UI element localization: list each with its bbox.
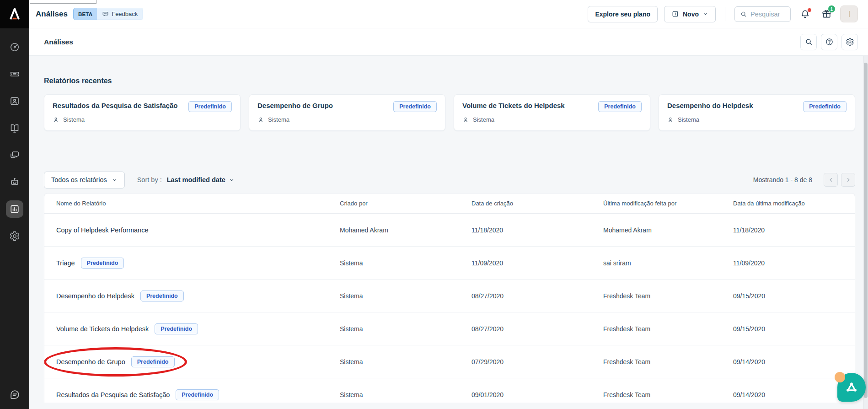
cell-modified-date: 09/15/2020	[733, 292, 855, 300]
freshchat-icon	[0, 388, 29, 401]
explore-plan-button[interactable]: Explore seu plano	[588, 6, 658, 22]
recent-reports-heading: Relatórios recentes	[44, 77, 112, 85]
cell-modified-by: Freshdesk Team	[603, 325, 733, 333]
avatar-placeholder[interactable]	[840, 5, 858, 22]
chevron-down-icon	[702, 11, 708, 17]
sidebar-item-forums[interactable]	[6, 146, 23, 164]
chat-widget-button[interactable]	[837, 373, 866, 402]
pagination-next-button[interactable]	[841, 173, 855, 187]
table-row[interactable]: Triage Predefinido Sistema 11/09/2020 sa…	[44, 247, 855, 280]
avatar-loading-bar	[849, 11, 850, 17]
cell-modified-by: Freshdesk Team	[603, 292, 733, 300]
column-header: Última modificação feita por	[603, 200, 733, 207]
filter-bar: Todos os relatórios Sort by : Last modif…	[44, 171, 855, 188]
freshworks-logo-icon	[7, 6, 22, 22]
cell-modified-date: 11/18/2020	[733, 226, 855, 234]
reports-filter-dropdown[interactable]: Todos os relatórios	[44, 172, 125, 188]
sidebar-item-contacts[interactable]	[6, 92, 23, 110]
table-row[interactable]: Copy of Helpdesk Performance Mohamed Akr…	[44, 214, 855, 247]
table-row[interactable]: Volume de Tickets do Helpdesk Predefinid…	[44, 312, 855, 345]
column-header: Data da última modificação	[733, 200, 855, 207]
cell-modified-date: 09/15/2020	[733, 325, 855, 333]
report-card-owner: Sistema	[268, 116, 289, 123]
report-card-owner: Sistema	[678, 116, 699, 123]
cell-created-by: Sistema	[340, 358, 472, 366]
cell-modified-by: Freshdesk Team	[603, 358, 733, 366]
cell-report-name: Volume de Tickets do Helpdesk Predefinid…	[56, 323, 340, 334]
sidebar-item-analytics[interactable]	[6, 200, 23, 218]
column-header: Data de criação	[472, 200, 603, 207]
report-name: Resultados da Pesquisa de Satisfação	[56, 391, 170, 398]
cell-report-name: Desempenho do Helpdesk Predefinido	[56, 291, 340, 301]
beta-feedback-group: BETA Feedback	[73, 8, 143, 20]
notifications-button[interactable]	[800, 9, 810, 19]
column-header: Criado por	[340, 200, 472, 207]
chevron-down-icon	[229, 177, 235, 183]
cell-created-date: 11/18/2020	[472, 226, 603, 234]
table-row[interactable]: Desempenho do Helpdesk Predefinido Siste…	[44, 280, 855, 312]
table-row[interactable]: Resultados da Pesquisa de Satisfação Pre…	[44, 378, 855, 403]
cell-created-date: 08/27/2020	[472, 325, 603, 333]
report-card-title: Desempenho do Helpdesk	[667, 101, 753, 110]
report-card[interactable]: Resultados da Pesquisa de Satisfação Pre…	[44, 94, 241, 131]
predefined-badge: Predefinido	[131, 356, 175, 367]
cell-report-name: Desempenho de Grupo Predefinido	[56, 356, 340, 367]
cell-created-date: 07/29/2020	[472, 358, 603, 366]
column-header: Nome do Relatório	[56, 200, 340, 207]
scrollbar-thumb[interactable]	[864, 63, 868, 398]
report-card[interactable]: Volume de Tickets do Helpdesk Predefinid…	[454, 94, 650, 131]
sidebar-item-admin[interactable]	[6, 227, 23, 245]
report-card[interactable]: Desempenho de Grupo Predefinido Sistema	[249, 94, 445, 131]
report-card[interactable]: Desempenho do Helpdesk Predefinido Siste…	[659, 94, 855, 131]
top-bar: Análises BETA Feedback Explore seu plano…	[29, 0, 868, 28]
sidebar-item-dashboard[interactable]	[6, 38, 23, 56]
report-name: Triage	[56, 259, 75, 267]
table-row[interactable]: Desempenho de Grupo Predefinido Sistema …	[44, 345, 855, 378]
recent-report-cards: Resultados da Pesquisa de Satisfação Pre…	[44, 94, 855, 131]
new-button[interactable]: Novo	[664, 6, 716, 22]
pagination-prev-button[interactable]	[824, 173, 838, 187]
cell-modified-date: 11/09/2020	[733, 259, 855, 267]
sort-value-label: Last modified date	[167, 176, 225, 183]
cell-created-by: Mohamed Akram	[340, 226, 472, 234]
speech-bubble-icon	[102, 11, 109, 17]
search-reports-button[interactable]	[800, 34, 817, 50]
report-card-owner: Sistema	[63, 116, 85, 123]
cell-report-name: Resultados da Pesquisa de Satisfação Pre…	[56, 389, 340, 400]
sort-by-label: Sort by :	[137, 176, 162, 183]
global-search[interactable]	[734, 6, 791, 22]
cell-modified-by: Freshdesk Team	[603, 391, 733, 398]
settings-gear-icon	[846, 38, 854, 46]
chat-notification-dot	[835, 372, 845, 382]
predefined-badge: Predefinido	[188, 101, 232, 112]
person-icon	[667, 117, 674, 123]
rewards-button[interactable]: 1	[821, 9, 832, 19]
sort-value-dropdown[interactable]: Last modified date	[167, 176, 235, 183]
feedback-button[interactable]: Feedback	[97, 8, 143, 20]
sidebar-item-tickets[interactable]	[6, 65, 23, 83]
help-button[interactable]	[821, 34, 837, 50]
predefined-badge: Predefinido	[803, 101, 847, 112]
cell-modified-by: Mohamed Akram	[603, 226, 733, 234]
table-body: Copy of Helpdesk Performance Mohamed Akr…	[44, 214, 855, 403]
pagination-text: Mostrando 1 - 8 de 8	[753, 176, 812, 183]
search-input[interactable]	[750, 11, 785, 18]
predefined-badge: Predefinido	[598, 101, 642, 112]
predefined-badge: Predefinido	[81, 258, 124, 269]
page-header-actions	[800, 34, 858, 50]
sidebar-item-bots[interactable]	[6, 173, 23, 191]
report-card-owner: Sistema	[473, 116, 494, 123]
help-icon	[825, 38, 834, 46]
report-name: Desempenho do Helpdesk	[56, 292, 134, 300]
search-icon	[804, 38, 813, 46]
person-icon	[462, 117, 469, 123]
settings-button[interactable]	[841, 34, 858, 50]
cell-report-name: Copy of Helpdesk Performance	[56, 226, 340, 234]
cell-report-name: Triage Predefinido	[56, 258, 340, 269]
freshworks-logo[interactable]	[0, 0, 29, 28]
search-icon	[740, 11, 747, 18]
sidebar-item-solutions[interactable]	[6, 119, 23, 137]
plus-square-icon	[671, 10, 679, 18]
report-card-title: Desempenho de Grupo	[257, 101, 333, 110]
person-icon	[257, 117, 264, 123]
